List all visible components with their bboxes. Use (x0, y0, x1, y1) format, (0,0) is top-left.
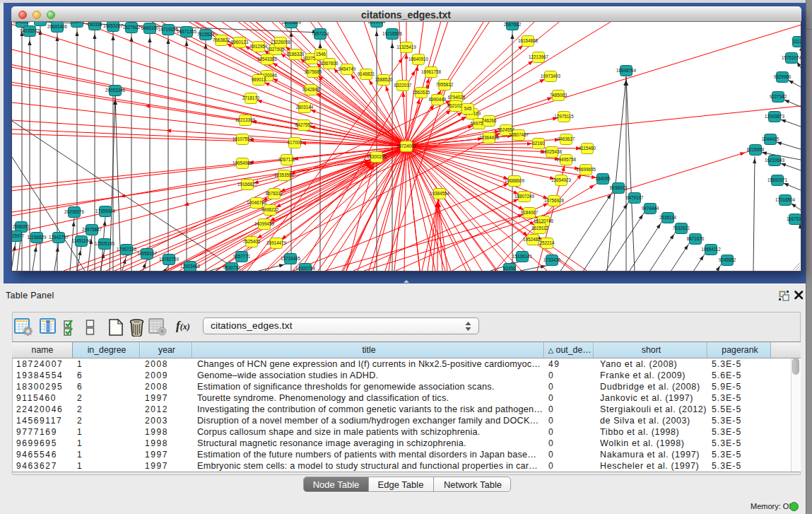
svg-text:8960123: 8960123 (231, 40, 249, 45)
svg-text:8186328: 8186328 (287, 52, 305, 57)
svg-text:8813054: 8813054 (368, 22, 386, 24)
svg-text:113477: 113477 (70, 22, 85, 24)
svg-text:10543382: 10543382 (257, 57, 278, 62)
svg-text:16533: 16533 (34, 22, 47, 23)
svg-text:2935114: 2935114 (659, 215, 677, 220)
svg-text:989013: 989013 (251, 77, 266, 82)
svg-text:2367608: 2367608 (321, 61, 339, 66)
svg-text:9184067: 9184067 (521, 210, 539, 215)
svg-text:11325419: 11325419 (396, 45, 416, 49)
svg-text:3624554: 3624554 (498, 127, 515, 132)
svg-text:18807249: 18807249 (514, 194, 535, 199)
svg-text:17359924: 17359924 (95, 209, 116, 214)
svg-text:2803144: 2803144 (296, 105, 314, 110)
svg-text:8678312: 8678312 (266, 191, 283, 196)
svg-text:12505185: 12505185 (95, 241, 115, 246)
svg-text:1615112: 1615112 (531, 226, 549, 230)
svg-text:10756928: 10756928 (544, 198, 565, 203)
svg-text:20053346: 20053346 (105, 88, 126, 93)
svg-text:10654112: 10654112 (701, 247, 721, 252)
svg-text:7663822: 7663822 (213, 37, 230, 42)
svg-text:2087682: 2087682 (504, 22, 522, 27)
svg-text:2718170: 2718170 (242, 95, 260, 100)
svg-text:17016504: 17016504 (775, 197, 796, 202)
svg-text:10719155: 10719155 (158, 27, 179, 32)
svg-text:746266: 746266 (481, 118, 497, 123)
svg-text:9474444: 9474444 (642, 206, 659, 211)
svg-text:62160: 62160 (532, 141, 545, 146)
svg-text:1562615: 1562615 (413, 90, 430, 95)
svg-text:9242848: 9242848 (302, 87, 320, 92)
svg-text:10653267: 10653267 (103, 23, 124, 28)
svg-text:14035572: 14035572 (20, 28, 40, 33)
svg-text:16107553: 16107553 (233, 136, 253, 141)
svg-text:9146821: 9146821 (358, 71, 375, 76)
svg-text:10688609: 10688609 (505, 178, 525, 183)
svg-text:20691406: 20691406 (47, 24, 68, 29)
svg-text:19654983: 19654983 (233, 160, 253, 165)
svg-text:6479197: 6479197 (626, 195, 644, 200)
svg-text:9498222: 9498222 (261, 207, 279, 212)
svg-text:13226058: 13226058 (271, 40, 291, 45)
svg-text:190334: 190334 (87, 22, 102, 27)
svg-text:10025438: 10025438 (542, 149, 563, 154)
svg-text:8990448: 8990448 (429, 97, 447, 102)
svg-text:12923468: 12923468 (180, 264, 201, 269)
svg-text:20975887: 20975887 (82, 227, 102, 232)
svg-text:164095: 164095 (595, 176, 611, 181)
svg-text:252214: 252214 (539, 240, 555, 245)
svg-text:7515524: 7515524 (197, 32, 215, 37)
svg-text:1588520: 1588520 (375, 77, 393, 82)
svg-text:16210643: 16210643 (765, 158, 785, 163)
svg-text:1244415: 1244415 (762, 136, 779, 141)
svg-text:11451194: 11451194 (71, 238, 91, 243)
svg-text:6466160: 6466160 (141, 25, 159, 30)
svg-text:9115460: 9115460 (579, 146, 596, 151)
svg-text:12975115: 12975115 (554, 114, 574, 119)
svg-text:9657771: 9657771 (233, 254, 251, 259)
svg-text:7485063: 7485063 (550, 93, 567, 98)
svg-text:11156829: 11156829 (27, 235, 47, 240)
svg-text:8215958: 8215958 (747, 147, 765, 152)
svg-text:8427552: 8427552 (295, 122, 313, 127)
svg-text:19166827: 19166827 (237, 182, 258, 187)
svg-text:16782759: 16782759 (159, 257, 180, 262)
svg-text:18724007: 18724007 (396, 144, 417, 148)
svg-text:3675685: 3675685 (305, 69, 322, 74)
svg-text:12942757: 12942757 (49, 235, 69, 240)
svg-text:2143557: 2143557 (13, 22, 31, 24)
svg-text:20364436: 20364436 (479, 135, 500, 140)
svg-text:16848764: 16848764 (616, 68, 637, 73)
svg-text:1527602: 1527602 (123, 25, 141, 30)
svg-text:3915977: 3915977 (12, 233, 25, 238)
svg-text:8322037: 8322037 (394, 83, 412, 88)
svg-text:417006: 417006 (287, 140, 302, 145)
svg-text:18300295: 18300295 (367, 154, 387, 159)
svg-text:20206576: 20206576 (64, 209, 85, 214)
svg-text:6794028: 6794028 (448, 95, 466, 100)
svg-text:9245652: 9245652 (719, 257, 736, 262)
svg-text:8912954: 8912954 (250, 44, 268, 49)
svg-text:2596051: 2596051 (13, 224, 30, 229)
svg-text:7955812: 7955812 (436, 82, 454, 87)
svg-text:10300764: 10300764 (295, 266, 316, 271)
svg-text:3267130: 3267130 (278, 157, 296, 162)
svg-text:19218506: 19218506 (382, 31, 403, 36)
svg-text:1733426: 1733426 (543, 257, 561, 262)
svg-text:8471676: 8471676 (687, 236, 705, 241)
svg-text:10046766: 10046766 (247, 200, 267, 205)
svg-text:19384554: 19384554 (430, 191, 450, 196)
svg-text:8454749: 8454749 (339, 66, 356, 71)
svg-text:1546: 1546 (316, 52, 326, 57)
svg-text:545: 545 (464, 106, 472, 111)
svg-text:16033809: 16033809 (281, 22, 302, 25)
svg-text:19495758: 19495758 (556, 157, 577, 162)
svg-text:9227342: 9227342 (770, 94, 787, 99)
svg-text:12213369: 12213369 (235, 117, 256, 122)
svg-text:8938923: 8938923 (610, 185, 628, 190)
svg-text:16914479: 16914479 (266, 240, 287, 245)
svg-text:7625402: 7625402 (243, 239, 261, 244)
svg-text:16671355: 16671355 (177, 29, 197, 34)
svg-text:12353594: 12353594 (274, 173, 295, 177)
svg-text:16154808: 16154808 (518, 38, 539, 43)
